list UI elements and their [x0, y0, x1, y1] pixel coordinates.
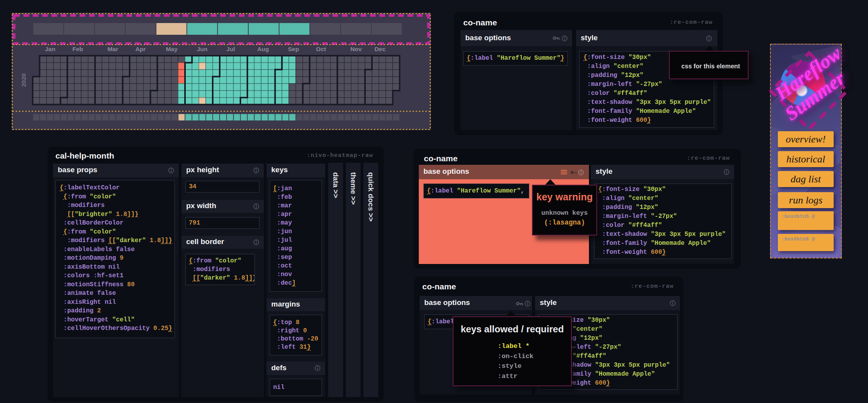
- svg-text:Jul: Jul: [226, 46, 235, 52]
- svg-text:Nov: Nov: [350, 46, 362, 52]
- svg-text:Feb: Feb: [73, 46, 84, 52]
- svg-text:Jan: Jan: [45, 46, 55, 52]
- svg-text:Sep: Sep: [288, 46, 299, 52]
- svg-text:May: May: [166, 46, 178, 52]
- svg-text:Oct: Oct: [316, 46, 326, 52]
- svg-text:Apr: Apr: [135, 46, 146, 52]
- svg-text:2020: 2020: [20, 73, 27, 87]
- svg-text:Mar: Mar: [107, 46, 118, 52]
- svg-text:Aug: Aug: [257, 46, 269, 52]
- svg-text:Jun: Jun: [197, 46, 208, 52]
- svg-text:Dec: Dec: [374, 46, 386, 52]
